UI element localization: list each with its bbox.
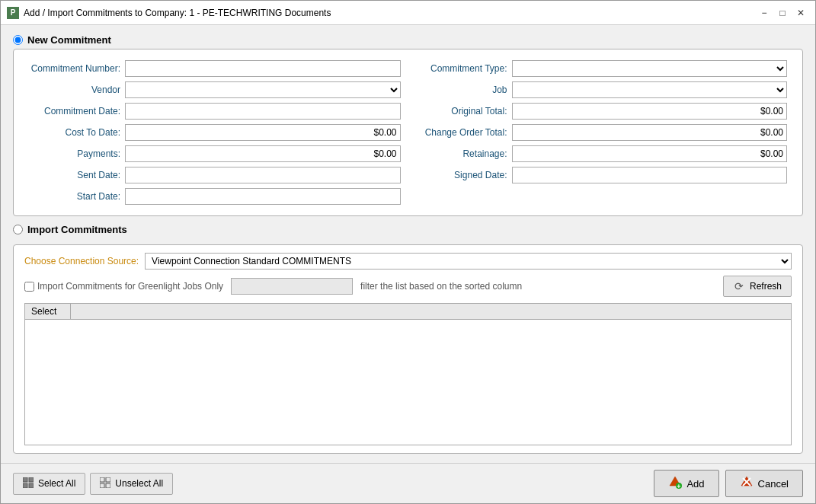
minimize-button[interactable]: − <box>756 5 773 21</box>
change-order-total-label: Change Order Total: <box>416 127 507 138</box>
select-all-icon <box>23 477 34 490</box>
add-icon: + <box>668 475 682 492</box>
sent-date-input[interactable] <box>125 167 401 183</box>
bottom-left: Select All Unselect All <box>13 473 173 495</box>
import-panel: Choose Connection Source: Viewpoint Conn… <box>13 244 803 454</box>
title-controls: − □ ✕ <box>756 5 809 21</box>
commitments-list[interactable]: Select <box>24 303 792 445</box>
payments-label: Payments: <box>29 148 120 159</box>
commitment-number-input[interactable] <box>125 60 401 77</box>
right-col: Commitment Type: Job Original Total: <box>416 60 788 205</box>
close-button[interactable]: ✕ <box>792 5 809 21</box>
change-order-total-input[interactable] <box>512 124 788 141</box>
commitment-number-label: Commitment Number: <box>29 63 120 74</box>
signed-date-input[interactable] <box>512 167 788 183</box>
sent-date-label: Sent Date: <box>29 170 120 180</box>
signed-date-label: Signed Date: <box>416 170 507 180</box>
svg-text:+: + <box>677 483 681 489</box>
title-bar-left: P Add / Import Commitments to Company: 1… <box>7 7 331 19</box>
sent-date-row: Sent Date: <box>29 167 401 183</box>
commitment-date-row: Commitment Date: <box>29 103 401 120</box>
job-label: Job <box>416 85 507 95</box>
vendor-label: Vendor <box>29 85 120 95</box>
left-col: Commitment Number: Vendor Commitment Dat… <box>29 60 401 205</box>
commitment-date-input[interactable] <box>125 103 401 120</box>
connection-source-label: Choose Connection Source: <box>24 256 139 266</box>
filter-hint-text: filter the list based on the sorted colu… <box>360 281 715 292</box>
select-all-button[interactable]: Select All <box>13 473 85 495</box>
start-date-label: Start Date: <box>29 191 120 202</box>
refresh-icon: ⟳ <box>733 280 745 292</box>
filter-input[interactable] <box>231 278 353 295</box>
unselect-all-icon <box>100 477 110 490</box>
new-commitment-radio[interactable] <box>13 35 23 45</box>
greenlight-jobs-checkbox[interactable] <box>24 282 34 292</box>
commitment-type-select[interactable] <box>512 60 788 77</box>
title-bar: P Add / Import Commitments to Company: 1… <box>1 1 815 25</box>
new-commitment-grid: Commitment Number: Vendor Commitment Dat… <box>29 60 787 205</box>
window-title: Add / Import Commitments to Company: 1 -… <box>24 8 331 18</box>
new-commitment-section: New Commitment Commitment Number: Vendor <box>13 34 803 216</box>
cancel-button[interactable]: Cancel <box>725 470 803 497</box>
svg-rect-3 <box>29 477 34 482</box>
select-column-header: Select <box>25 304 71 319</box>
retainage-label: Retainage: <box>416 148 507 159</box>
list-header: Select <box>25 304 791 320</box>
retainage-input[interactable] <box>512 145 788 162</box>
cancel-icon <box>740 475 754 492</box>
svg-rect-7 <box>29 483 34 488</box>
refresh-button[interactable]: ⟳ Refresh <box>723 276 792 297</box>
import-commitments-radio-row: Import Commitments <box>13 224 803 235</box>
import-commitments-label[interactable]: Import Commitments <box>27 224 127 235</box>
greenlight-jobs-checkbox-label[interactable]: Import Commitments for Greenlight Jobs O… <box>24 281 223 292</box>
maximize-button[interactable]: □ <box>774 5 791 21</box>
bottom-bar: Select All Unselect All <box>1 463 815 503</box>
original-total-input[interactable] <box>512 103 788 120</box>
start-date-input[interactable] <box>125 188 401 205</box>
new-commitment-radio-row: New Commitment <box>13 34 803 46</box>
svg-rect-9 <box>106 477 110 482</box>
new-commitment-label[interactable]: New Commitment <box>27 34 111 46</box>
payments-input[interactable] <box>125 145 401 162</box>
add-button[interactable]: + Add <box>654 470 718 497</box>
svg-rect-8 <box>100 477 104 482</box>
import-commitments-section: Import Commitments Choose Connection Sou… <box>13 224 803 454</box>
cost-to-date-input[interactable] <box>125 124 401 141</box>
svg-rect-10 <box>100 483 104 488</box>
job-select[interactable] <box>512 81 788 98</box>
change-order-total-row: Change Order Total: <box>416 124 788 141</box>
cost-to-date-label: Cost To Date: <box>29 127 120 138</box>
filter-row: Import Commitments for Greenlight Jobs O… <box>24 276 792 297</box>
bottom-right: + Add Cancel <box>654 470 803 497</box>
unselect-all-button[interactable]: Unselect All <box>90 473 173 495</box>
commitment-date-label: Commitment Date: <box>29 106 120 116</box>
svg-rect-11 <box>106 483 110 488</box>
commitment-type-label: Commitment Type: <box>416 63 507 74</box>
vendor-row: Vendor <box>29 81 401 98</box>
job-row: Job <box>416 81 788 98</box>
start-date-row: Start Date: <box>29 188 401 205</box>
vendor-select[interactable] <box>125 81 401 98</box>
original-total-label: Original Total: <box>416 106 507 116</box>
signed-date-row: Signed Date: <box>416 167 788 183</box>
svg-rect-1 <box>23 477 27 482</box>
commitment-number-row: Commitment Number: <box>29 60 401 77</box>
new-commitment-panel: Commitment Number: Vendor Commitment Dat… <box>13 49 803 216</box>
main-window: P Add / Import Commitments to Company: 1… <box>0 0 816 504</box>
retainage-row: Retainage: <box>416 145 788 162</box>
cost-to-date-row: Cost To Date: <box>29 124 401 141</box>
original-total-row: Original Total: <box>416 103 788 120</box>
app-icon: P <box>7 7 19 19</box>
connection-source-row: Choose Connection Source: Viewpoint Conn… <box>24 253 792 270</box>
main-content: New Commitment Commitment Number: Vendor <box>1 25 815 463</box>
connection-source-select[interactable]: Viewpoint Connection Standard COMMITMENT… <box>145 253 792 270</box>
svg-rect-5 <box>23 483 27 488</box>
commitment-type-row: Commitment Type: <box>416 60 788 77</box>
import-commitments-radio[interactable] <box>13 225 23 234</box>
payments-row: Payments: <box>29 145 401 162</box>
